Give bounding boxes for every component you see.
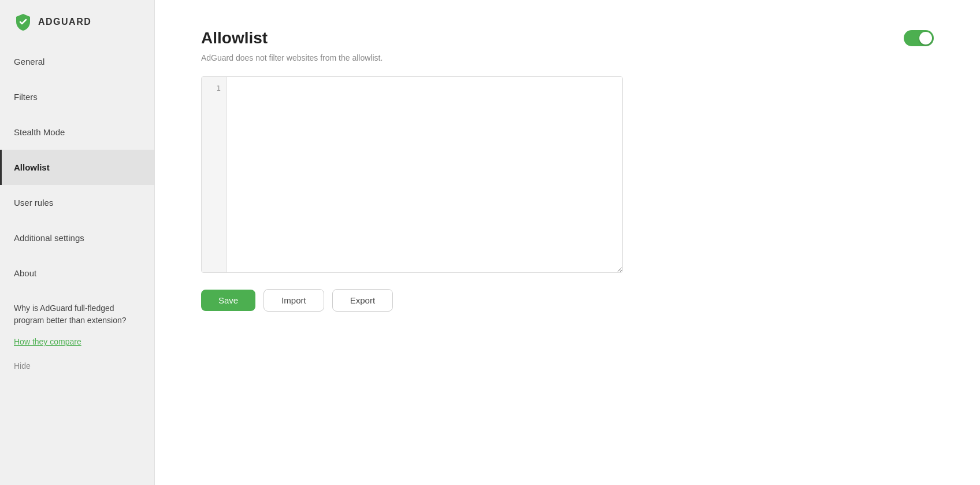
toggle-track — [904, 30, 934, 46]
page-header: Allowlist — [201, 29, 934, 47]
page-title: Allowlist — [201, 29, 268, 47]
sidebar-compare-link[interactable]: How they compare — [0, 332, 154, 356]
line-number-1: 1 — [207, 84, 221, 92]
sidebar-item-allowlist[interactable]: Allowlist — [0, 150, 154, 185]
editor-container: 1 — [201, 76, 623, 273]
sidebar-hide-button[interactable]: Hide — [0, 356, 154, 382]
save-button[interactable]: Save — [201, 290, 255, 311]
sidebar-item-stealth-mode[interactable]: Stealth Mode — [0, 114, 154, 150]
sidebar-promo-text: Why is AdGuard full-fledged program bett… — [0, 291, 154, 332]
nav-items-container: GeneralFiltersStealth ModeAllowlistUser … — [0, 44, 154, 291]
export-button[interactable]: Export — [332, 289, 393, 312]
sidebar-item-user-rules[interactable]: User rules — [0, 185, 154, 220]
sidebar-item-about[interactable]: About — [0, 256, 154, 291]
import-button[interactable]: Import — [263, 289, 324, 312]
allowlist-toggle[interactable] — [904, 30, 934, 46]
page-description: AdGuard does not filter websites from th… — [201, 53, 934, 62]
sidebar-item-additional-settings[interactable]: Additional settings — [0, 220, 154, 256]
action-buttons: Save Import Export — [201, 289, 934, 312]
sidebar: ADGUARD GeneralFiltersStealth ModeAllowl… — [0, 0, 155, 485]
allowlist-editor[interactable] — [227, 77, 622, 272]
logo-text: ADGUARD — [38, 17, 91, 27]
line-numbers: 1 — [202, 77, 227, 272]
sidebar-item-filters[interactable]: Filters — [0, 79, 154, 114]
main-content: Allowlist AdGuard does not filter websit… — [155, 0, 980, 485]
adguard-logo-icon — [14, 13, 32, 31]
sidebar-item-general[interactable]: General — [0, 44, 154, 79]
toggle-thumb — [919, 32, 932, 45]
logo-area: ADGUARD — [0, 0, 154, 44]
